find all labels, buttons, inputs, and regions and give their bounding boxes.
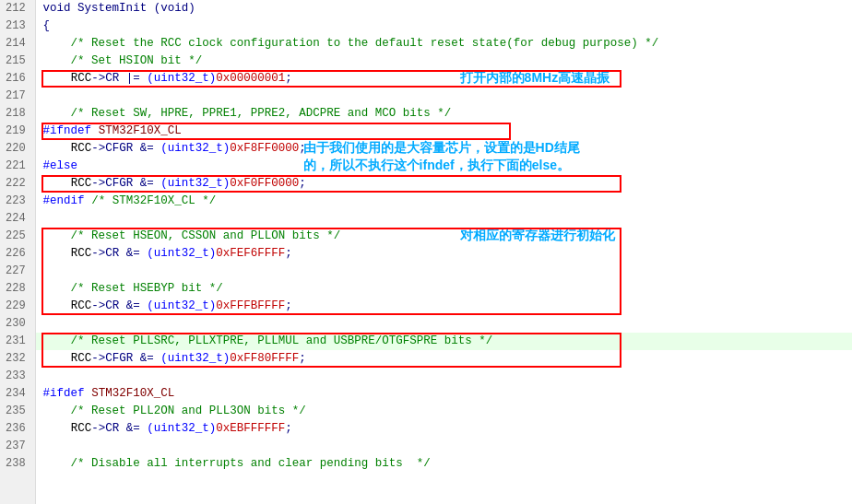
line-number: 221 xyxy=(6,158,30,175)
line-numbers: 2122132142152162172182192202212222232242… xyxy=(0,0,36,504)
line-number: 218 xyxy=(6,105,30,123)
code-line: /* Reset the RCC clock configuration to … xyxy=(36,35,852,53)
line-number: 233 xyxy=(6,368,30,385)
annotation-ann1: 打开内部的8MHz高速晶振 xyxy=(460,70,610,87)
line-number: 214 xyxy=(6,35,30,53)
code-line: void SystemInit (void) xyxy=(36,0,852,18)
code-line xyxy=(36,438,852,455)
code-container: 2122132142152162172182192202212222232242… xyxy=(0,0,852,504)
line-number: 217 xyxy=(6,88,30,105)
annotation-ann2: 由于我们使用的是大容量芯片，设置的是HD结尾 xyxy=(303,140,580,157)
line-number: 232 xyxy=(6,350,30,368)
code-line xyxy=(36,210,852,228)
line-number: 229 xyxy=(6,298,30,315)
line-number: 223 xyxy=(6,193,30,210)
line-number: 220 xyxy=(6,140,30,158)
code-line: /* Reset PLLSRC, PLLXTPRE, PLLMUL and US… xyxy=(36,333,852,350)
line-number: 219 xyxy=(6,123,30,140)
code-area: void SystemInit (void){ /* Reset the RCC… xyxy=(36,0,852,504)
line-number: 225 xyxy=(6,228,30,245)
line-number: 237 xyxy=(6,438,30,455)
code-line xyxy=(36,315,852,333)
code-line: /* Disable all interrupts and clear pend… xyxy=(36,455,852,473)
line-number: 234 xyxy=(6,385,30,403)
code-line: /* Reset HSEON, CSSON and PLLON bits */ xyxy=(36,228,852,245)
line-number: 215 xyxy=(6,53,30,70)
code-line: #endif /* STM32F10X_CL */ xyxy=(36,193,852,210)
code-line: RCC->CFGR &= (uint32_t)0xF0FF0000; xyxy=(36,175,852,193)
line-number: 236 xyxy=(6,420,30,438)
code-line: RCC->CR &= (uint32_t)0xFFFBFFFF; xyxy=(36,298,852,315)
annotation-ann4: 对相应的寄存器进行初始化 xyxy=(460,228,615,244)
annotation-ann3: 的，所以不执行这个ifndef，执行下面的else。 xyxy=(303,158,570,174)
line-number: 213 xyxy=(6,18,30,35)
code-line xyxy=(36,263,852,280)
line-number: 212 xyxy=(6,0,30,18)
line-number: 230 xyxy=(6,315,30,333)
line-number: 222 xyxy=(6,175,30,193)
code-line: RCC->CFGR &= (uint32_t)0xFF80FFFF; xyxy=(36,350,852,368)
line-number: 216 xyxy=(6,70,30,88)
code-line: RCC->CR &= (uint32_t)0xFEF6FFFF; xyxy=(36,245,852,263)
code-line: RCC->CR |= (uint32_t)0x00000001; xyxy=(36,70,852,88)
code-line xyxy=(36,368,852,385)
code-line: /* Reset HSEBYP bit */ xyxy=(36,280,852,298)
code-line: /* Reset PLL2ON and PLL3ON bits */ xyxy=(36,403,852,420)
line-number: 238 xyxy=(6,455,30,473)
code-line: { xyxy=(36,18,852,35)
code-line: #ifndef STM32F10X_CL xyxy=(36,123,852,140)
code-line xyxy=(36,88,852,105)
line-number: 235 xyxy=(6,403,30,420)
code-line: /* Set HSION bit */ xyxy=(36,53,852,70)
code-line: /* Reset SW, HPRE, PPRE1, PPRE2, ADCPRE … xyxy=(36,105,852,123)
line-number: 227 xyxy=(6,263,30,280)
line-number: 231 xyxy=(6,333,30,350)
line-number: 228 xyxy=(6,280,30,298)
line-number: 226 xyxy=(6,245,30,263)
code-line: #ifdef STM32F10X_CL xyxy=(36,385,852,403)
code-line: RCC->CR &= (uint32_t)0xEBFFFFFF; xyxy=(36,420,852,438)
line-number: 224 xyxy=(6,210,30,228)
